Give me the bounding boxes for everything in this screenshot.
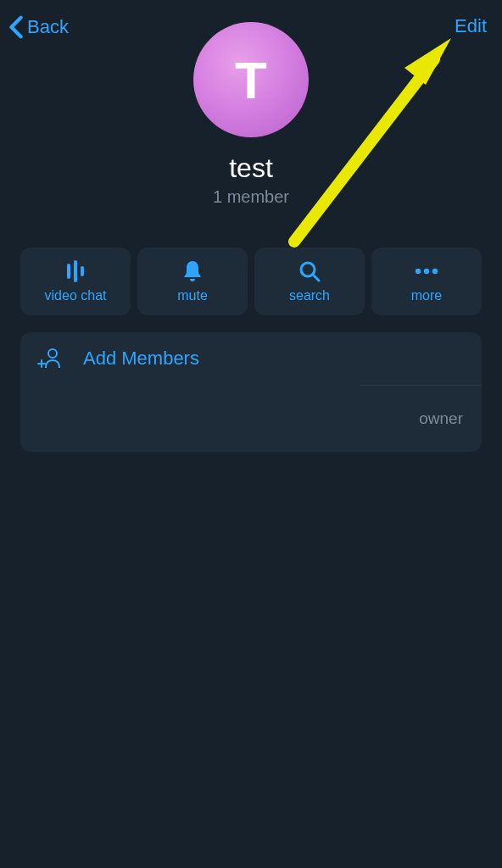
more-icon — [414, 258, 439, 285]
svg-rect-2 — [81, 266, 84, 276]
mute-button[interactable]: mute — [137, 248, 248, 315]
more-button[interactable]: more — [371, 248, 482, 315]
edit-button[interactable]: Edit — [455, 15, 487, 37]
group-avatar[interactable]: T — [193, 22, 309, 137]
member-count: 1 member — [213, 187, 289, 207]
svg-point-6 — [424, 269, 429, 274]
video-chat-button[interactable]: video chat — [20, 248, 131, 315]
profile-section: T test 1 member — [0, 22, 502, 207]
bell-icon — [181, 258, 204, 285]
avatar-letter: T — [235, 50, 267, 110]
video-chat-icon — [63, 258, 88, 285]
svg-point-5 — [416, 269, 421, 274]
search-label: search — [289, 288, 330, 303]
svg-point-8 — [48, 349, 57, 358]
add-members-label: Add Members — [83, 348, 199, 370]
svg-rect-1 — [74, 260, 77, 282]
members-section: Add Members owner — [20, 332, 482, 452]
add-user-icon — [37, 346, 63, 371]
search-icon — [298, 258, 321, 285]
back-button[interactable]: Back — [8, 15, 69, 39]
search-button[interactable]: search — [254, 248, 365, 315]
member-row[interactable]: owner — [20, 386, 482, 452]
svg-line-4 — [313, 275, 319, 281]
svg-rect-0 — [67, 264, 70, 279]
add-members-button[interactable]: Add Members — [20, 332, 482, 385]
chevron-left-icon — [8, 15, 24, 39]
svg-point-7 — [432, 269, 438, 274]
group-name: test — [229, 153, 273, 184]
video-chat-label: video chat — [45, 288, 107, 303]
action-buttons-row: video chat mute search more — [0, 248, 502, 315]
member-role: owner — [419, 409, 463, 428]
mute-label: mute — [177, 288, 208, 303]
more-label: more — [411, 288, 442, 303]
back-label: Back — [27, 16, 69, 38]
